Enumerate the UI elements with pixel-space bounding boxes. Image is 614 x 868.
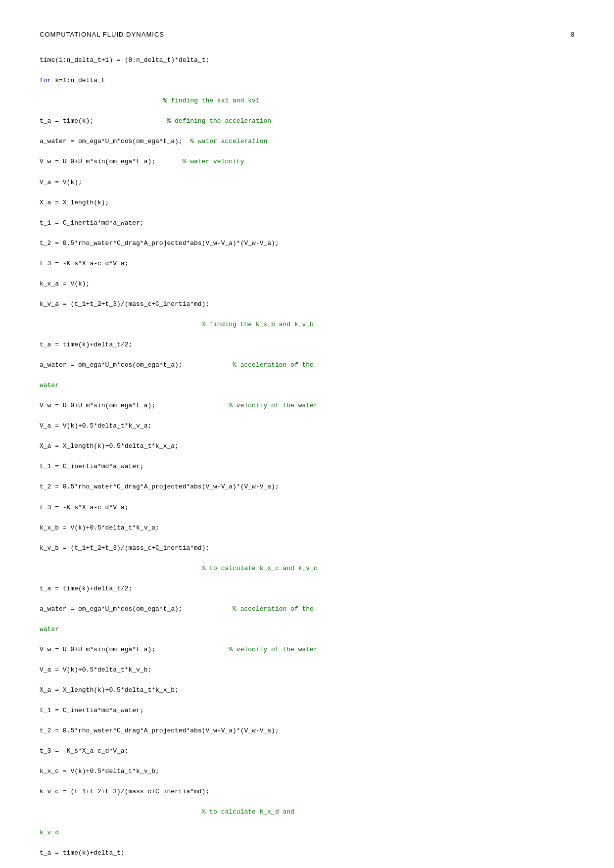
page-header: COMPUTATIONAL FLUID DYNAMICS 8 [40,30,574,40]
page-number: 8 [571,30,574,40]
header-title: COMPUTATIONAL FLUID DYNAMICS [40,30,164,40]
code-block: time(1:n_delta_t+1) = (0:n_delta_t)*delt… [40,55,574,868]
